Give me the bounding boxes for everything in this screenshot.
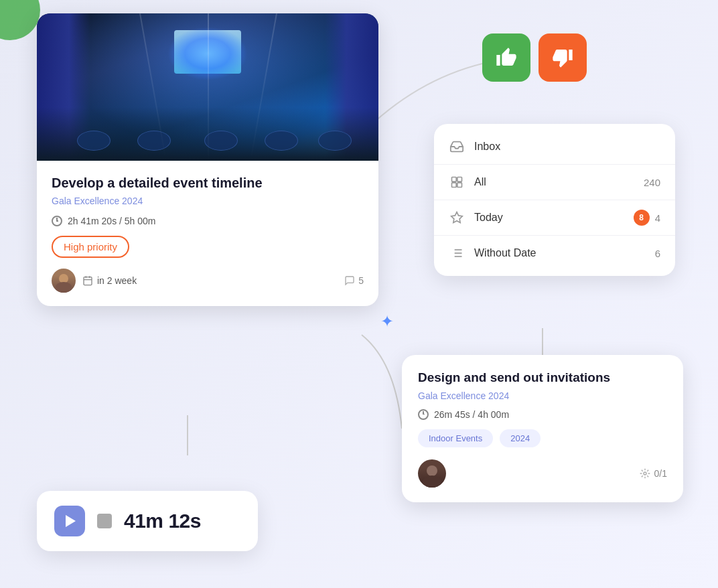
today-badge: 8 (634, 210, 650, 226)
table-4 (265, 131, 298, 151)
blue-star-decoration: ✦ (380, 313, 394, 329)
task-comments: 5 (344, 275, 364, 286)
comment-count: 5 (358, 275, 364, 286)
inbox-without-date-row[interactable]: Without Date 6 (434, 236, 675, 271)
table-1 (77, 131, 111, 151)
inbox-header-row: Inbox (434, 129, 675, 165)
task-time-text: 2h 41m 20s / 5h 00m (68, 216, 156, 226)
green-blob-decoration (0, 0, 40, 40)
svg-rect-6 (452, 177, 457, 182)
task-time-row: 2h 41m 20s / 5h 00m (52, 216, 364, 226)
subtask-count: 0/1 (654, 468, 667, 479)
table-2 (137, 131, 171, 151)
star-svg-icon (450, 211, 463, 224)
all-icon (449, 174, 465, 190)
task2-time-text: 26m 45s / 4h 00m (434, 409, 509, 420)
thumbs-container (482, 33, 587, 82)
table-3 (204, 131, 238, 151)
task2-assignee-avatar (418, 459, 446, 488)
task-project: Gala Excellence 2024 (52, 196, 364, 206)
timer-display: 41m 12s (124, 510, 201, 532)
list-svg-icon (450, 246, 463, 260)
task-card-body: Develop a detailed event timeline Gala E… (37, 161, 378, 306)
all-svg-icon (450, 175, 463, 189)
inbox-svg-icon (449, 139, 464, 154)
thumbs-down-button[interactable] (538, 33, 587, 82)
secondary-task-card: Design and send out invitations Gala Exc… (402, 355, 683, 502)
main-task-card: Develop a detailed event timeline Gala E… (37, 13, 378, 306)
play-button[interactable] (54, 506, 85, 536)
tag-2024: 2024 (500, 429, 541, 447)
subtask-info: 0/1 (640, 468, 667, 479)
task2-footer: 0/1 (418, 459, 667, 488)
task-title: Develop a detailed event timeline (52, 174, 364, 192)
svg-rect-2 (84, 277, 92, 285)
inbox-all-count: 240 (644, 177, 660, 188)
task-footer: in 2 week 5 (52, 269, 364, 293)
inbox-without-date-label: Without Date (474, 247, 646, 259)
scene: ✦ (0, 0, 718, 588)
task2-title: Design and send out invitations (418, 370, 667, 386)
comment-icon (344, 275, 355, 286)
tag-indoor-events: Indoor Events (418, 429, 493, 447)
subtask-icon (640, 468, 650, 479)
inbox-without-date-count: 6 (655, 248, 660, 259)
timer-card: 41m 12s (37, 491, 258, 551)
task-card-image (37, 13, 378, 161)
today-icon (449, 210, 465, 226)
inbox-all-label: All (474, 176, 634, 188)
inbox-panel: Inbox All 240 Today (434, 124, 675, 276)
clock-icon (52, 216, 62, 226)
play-icon (66, 515, 76, 527)
inbox-all-row[interactable]: All 240 (434, 165, 675, 200)
stop-button[interactable] (97, 514, 112, 528)
thumbs-up-button[interactable] (482, 33, 530, 82)
without-date-icon (449, 245, 465, 261)
due-date-text: in 2 week (97, 275, 137, 286)
svg-rect-7 (457, 177, 462, 182)
task2-clock-icon (418, 409, 429, 420)
task2-project: Gala Excellence 2024 (418, 390, 667, 401)
inbox-today-row[interactable]: Today 8 4 (434, 200, 675, 236)
task-due-date: in 2 week (82, 275, 137, 286)
inbox-title-label: Inbox (474, 141, 660, 153)
svg-marker-10 (451, 212, 463, 223)
table-5 (318, 131, 352, 151)
inbox-today-label: Today (474, 212, 624, 224)
priority-badge: High priority (52, 236, 129, 258)
thumbs-up-icon (496, 47, 517, 68)
task-assignee-avatar (52, 269, 76, 293)
svg-rect-8 (452, 183, 457, 188)
thumbs-down-icon (552, 47, 573, 68)
task2-time-row: 26m 45s / 4h 00m (418, 409, 667, 420)
task2-tags-row: Indoor Events 2024 (418, 429, 667, 447)
svg-point-17 (644, 472, 646, 475)
task-footer-left: in 2 week (52, 269, 137, 293)
inbox-icon (449, 139, 465, 155)
inbox-today-right: 8 4 (634, 210, 660, 226)
svg-rect-9 (457, 183, 462, 188)
calendar-icon (82, 275, 93, 286)
inbox-today-count: 4 (655, 212, 660, 224)
